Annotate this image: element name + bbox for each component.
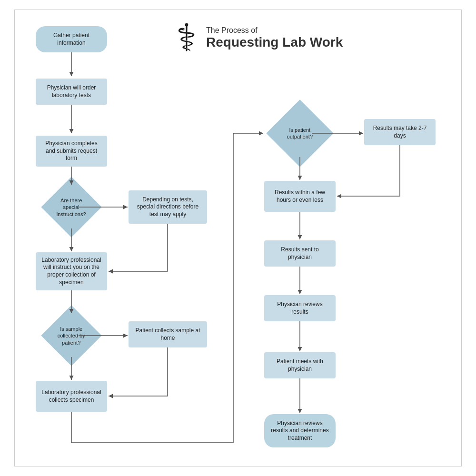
node-order: Physician will order laboratory tests — [36, 79, 107, 105]
node-special-q: Are there special instructions? — [36, 186, 107, 228]
node-patient-meets: Patient meets with physician — [264, 352, 336, 378]
node-outpatient-q: Is patient outpatient? — [264, 109, 336, 157]
node-submit: Physician completes and submits request … — [36, 136, 107, 167]
node-sample-q: Is sample collected by patient? — [36, 314, 107, 357]
node-determines: Physician reviews results and determines… — [264, 414, 336, 447]
caduceus-icon: ⚕ — [176, 19, 197, 57]
node-results-sent: Results sent to physician — [264, 240, 336, 267]
header: ⚕ The Process of Requesting Lab Work — [176, 19, 343, 57]
node-special-dir: Depending on tests, special directions b… — [129, 190, 207, 224]
node-gather: Gather patient information — [36, 26, 107, 52]
title-main: Requesting Lab Work — [206, 35, 343, 50]
node-lab-collect: Laboratory professional collects specime… — [36, 381, 107, 412]
node-patient-collect: Patient collects sample at home — [129, 321, 207, 347]
page: ⚕ The Process of Requesting Lab Work Gat… — [0, 0, 476, 476]
title-block: The Process of Requesting Lab Work — [206, 26, 343, 50]
node-results-hours: Results within a few hours or even less — [264, 181, 336, 212]
node-lab-instruct: Laboratory professional will instruct yo… — [36, 252, 107, 290]
node-physician-reviews: Physician reviews results — [264, 295, 336, 321]
node-results-days: Results may take 2-7 days — [364, 119, 436, 145]
title-top: The Process of — [206, 26, 343, 35]
